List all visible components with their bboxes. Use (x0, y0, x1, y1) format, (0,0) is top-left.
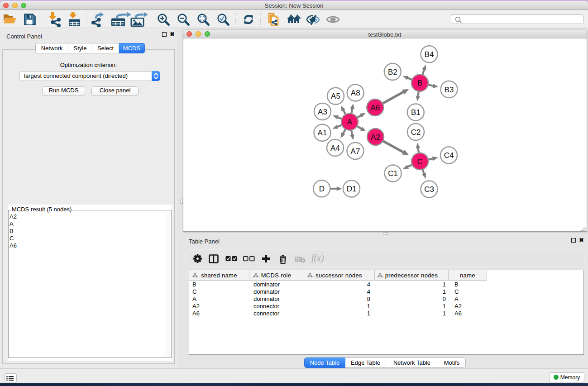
svg-text:A: A (347, 118, 352, 126)
svg-text:C1: C1 (388, 169, 398, 178)
svg-text:A1: A1 (317, 129, 327, 137)
svg-text:A4: A4 (330, 144, 340, 152)
svg-text:C4: C4 (444, 151, 454, 160)
svg-text:A5: A5 (331, 92, 340, 100)
svg-text:A2: A2 (371, 133, 380, 142)
svg-text:A7: A7 (350, 147, 360, 156)
svg-text:B4: B4 (424, 50, 434, 59)
svg-text:D1: D1 (346, 185, 356, 193)
svg-text:B1: B1 (411, 108, 420, 117)
svg-text:C: C (417, 157, 422, 166)
svg-text:D: D (319, 185, 324, 193)
svg-text:A3: A3 (318, 108, 327, 116)
svg-text:A8: A8 (350, 89, 360, 97)
svg-text:C3: C3 (424, 185, 434, 194)
svg-text:B2: B2 (387, 68, 397, 76)
svg-text:B: B (417, 79, 422, 87)
svg-text:A6: A6 (370, 104, 380, 112)
svg-text:C2: C2 (411, 128, 421, 137)
svg-text:B3: B3 (444, 86, 454, 94)
